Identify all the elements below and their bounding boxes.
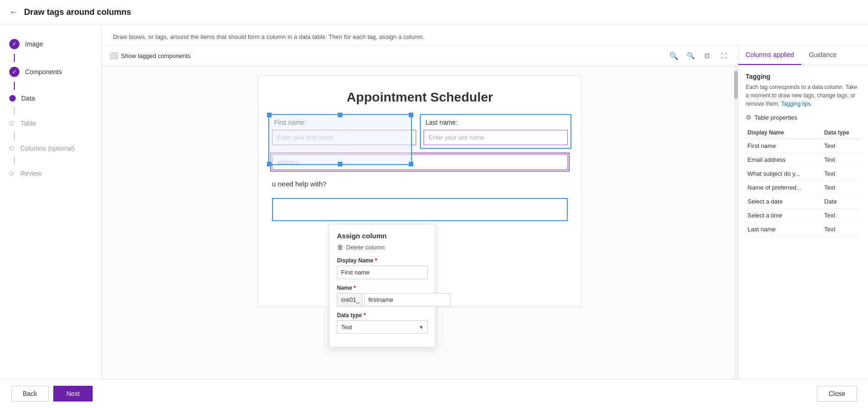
step-indicator-components: ✓: [9, 67, 19, 77]
bottom-bar: Back Next Close: [0, 379, 868, 408]
tagging-tips-link[interactable]: Tagging tips: [781, 101, 811, 107]
delete-column-button[interactable]: 🗑 Delete column: [337, 243, 428, 251]
col-name-cell: Email address: [746, 153, 822, 167]
sidebar-connector-1: [14, 54, 15, 62]
name-group: Name * cre01_: [337, 285, 428, 306]
page-title: Draw tags around columns: [24, 7, 131, 17]
sidebar-item-columns[interactable]: Columns (optional): [0, 140, 101, 157]
canvas-vertical-scrollbar[interactable]: [734, 66, 738, 379]
canvas-toolbar-right: 🔍 🔍 ⊡ ⛶: [667, 49, 730, 62]
help-text: u need help with?: [272, 180, 327, 188]
columns-table-body: First nameTextEmail addressTextWhat subj…: [746, 139, 861, 236]
step-indicator-image: ✓: [9, 39, 19, 49]
show-tagged-toggle[interactable]: ⬜ Show tagged components: [109, 51, 663, 60]
col-name-cell: What subject do y...: [746, 167, 822, 181]
col-type-cell: Text: [822, 167, 861, 181]
tagging-desc: Each tag corresponds to a data column. T…: [746, 83, 861, 108]
handle-tl[interactable]: [267, 113, 272, 117]
columns-table: Display Name Data type First nameTextEma…: [746, 127, 861, 236]
sidebar-item-label-table: Table: [20, 120, 36, 127]
data-type-select-wrap: Text Number Date Boolean ▼: [337, 320, 428, 334]
col-type-cell: Text: [822, 139, 861, 153]
tagged-fields-row: First name: Enter your first name: [272, 118, 568, 145]
sidebar-item-components[interactable]: ✓ Components: [0, 62, 101, 82]
step-indicator-review: [9, 171, 14, 176]
data-type-select[interactable]: Text Number Date Boolean: [337, 320, 428, 334]
fullscreen-button[interactable]: ⛶: [717, 49, 730, 62]
col-name-cell: Name of preferred...: [746, 181, 822, 195]
tag-box-firstname[interactable]: [268, 114, 412, 165]
name-prefix: cre01_: [337, 293, 362, 306]
close-button[interactable]: Close: [817, 386, 857, 402]
data-type-required: *: [363, 312, 366, 319]
delete-icon: 🗑: [337, 243, 343, 251]
display-name-input[interactable]: [337, 266, 428, 279]
form-title: Appointment Scheduler: [272, 90, 568, 105]
lastname-placeholder: Enter your last name: [429, 134, 484, 141]
table-row: Email addressText: [746, 153, 861, 167]
col-name-cell: Select a date: [746, 195, 822, 209]
right-panel: Columns applied Guidance Tagging Each ta…: [738, 45, 868, 379]
content-header-text: Draw boxes, or tags, around the items th…: [113, 33, 424, 40]
zoom-out-button[interactable]: 🔍: [684, 49, 697, 62]
col-name-cell: First name: [746, 139, 822, 153]
sidebar-item-table[interactable]: Table: [0, 115, 101, 132]
name-row: cre01_: [337, 293, 428, 306]
columns-table-header: Display Name Data type: [746, 127, 861, 139]
col-header-type: Data type: [822, 127, 861, 139]
main-layout: ✓ Image ✓ Components Data Table Columns …: [0, 25, 868, 379]
handle-bl[interactable]: [267, 162, 272, 166]
col-type-cell: Date: [822, 195, 861, 209]
sidebar-item-data[interactable]: Data: [0, 90, 101, 107]
sidebar-item-review[interactable]: Review: [0, 165, 101, 182]
tab-columns-applied[interactable]: Columns applied: [738, 45, 801, 65]
step-indicator-data: [9, 95, 16, 102]
data-type-group: Data type * Text Number Date Boolean: [337, 312, 428, 334]
lastname-label: Last name:: [424, 118, 568, 127]
canvas-area: ⬜ Show tagged components 🔍 🔍 ⊡ ⛶: [102, 45, 738, 379]
table-row: What subject do y...Text: [746, 167, 861, 181]
display-name-group: Display Name *: [337, 257, 428, 279]
step-indicator-columns: [9, 146, 14, 151]
canvas-scroll[interactable]: Appointment Scheduler: [102, 66, 738, 379]
fit-button[interactable]: ⊡: [701, 49, 714, 62]
back-icon[interactable]: ←: [9, 7, 18, 17]
name-required: *: [354, 285, 356, 291]
step-indicator-table: [9, 121, 14, 126]
handle-tm[interactable]: [338, 113, 342, 117]
sidebar-item-label-components: Components: [25, 68, 62, 76]
sidebar-item-image[interactable]: ✓ Image: [0, 34, 101, 54]
tagging-title: Tagging: [746, 73, 861, 80]
sidebar-item-label-data: Data: [21, 95, 35, 102]
assign-popup: Assign column 🗑 Delete column Display Na…: [329, 224, 436, 347]
name-label: Name *: [337, 285, 428, 291]
help-text-row: u need help with?: [272, 176, 568, 191]
name-suffix-input[interactable]: [364, 293, 450, 306]
show-tagged-label: Show tagged components: [121, 52, 190, 59]
right-panel-content: Tagging Each tag corresponds to a data c…: [738, 65, 868, 379]
back-button[interactable]: Back: [11, 386, 49, 402]
sidebar-connector-4: [14, 132, 15, 140]
top-bar: ← Draw tags around columns: [0, 0, 868, 25]
bottom-buttons-left: Back Next: [11, 386, 93, 402]
tag-box-subject[interactable]: [272, 198, 568, 221]
sidebar-item-label-review: Review: [20, 170, 42, 177]
handle-tr[interactable]: [409, 113, 413, 117]
tab-guidance[interactable]: Guidance: [801, 45, 844, 65]
canvas-scroll-container: Appointment Scheduler: [102, 66, 738, 379]
table-properties-button[interactable]: ⚙ Table properties: [746, 114, 861, 121]
next-button[interactable]: Next: [53, 386, 93, 402]
canvas-scroll-thumb[interactable]: [734, 71, 738, 99]
lastname-field: Last name: Enter your last name: [424, 118, 568, 145]
col-header-name: Display Name: [746, 127, 822, 139]
table-props-label: Table properties: [754, 114, 798, 121]
tag-icon: ⬜: [109, 51, 118, 60]
display-name-required: *: [375, 257, 377, 264]
handle-bm[interactable]: [338, 162, 342, 166]
lastname-input[interactable]: Enter your last name: [424, 130, 568, 145]
zoom-in-button[interactable]: 🔍: [667, 49, 680, 62]
sidebar-connector-3: [14, 107, 15, 115]
handle-br[interactable]: [409, 162, 413, 166]
table-row: Last nameText: [746, 223, 861, 236]
col-type-cell: Text: [822, 181, 861, 195]
